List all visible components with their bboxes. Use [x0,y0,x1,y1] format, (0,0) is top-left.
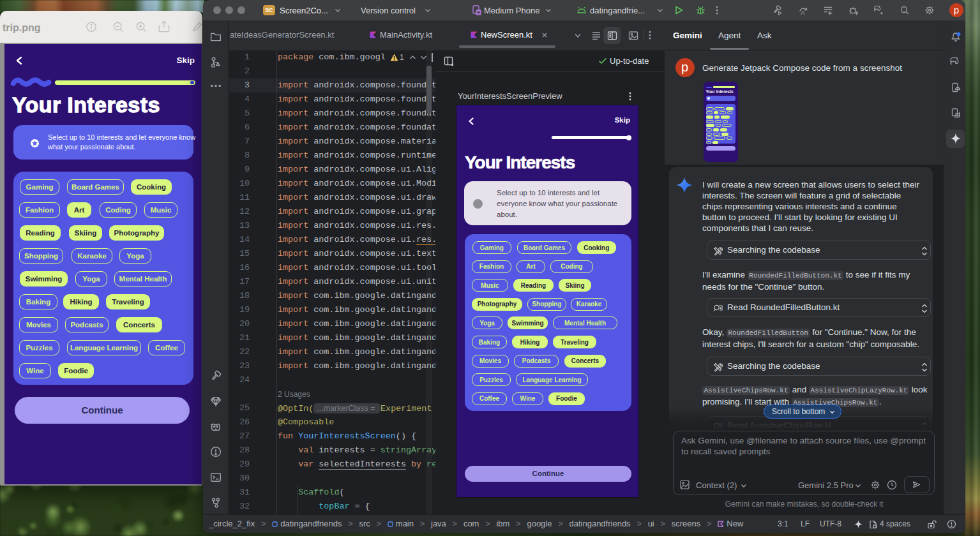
svg-text:A: A [801,10,805,16]
